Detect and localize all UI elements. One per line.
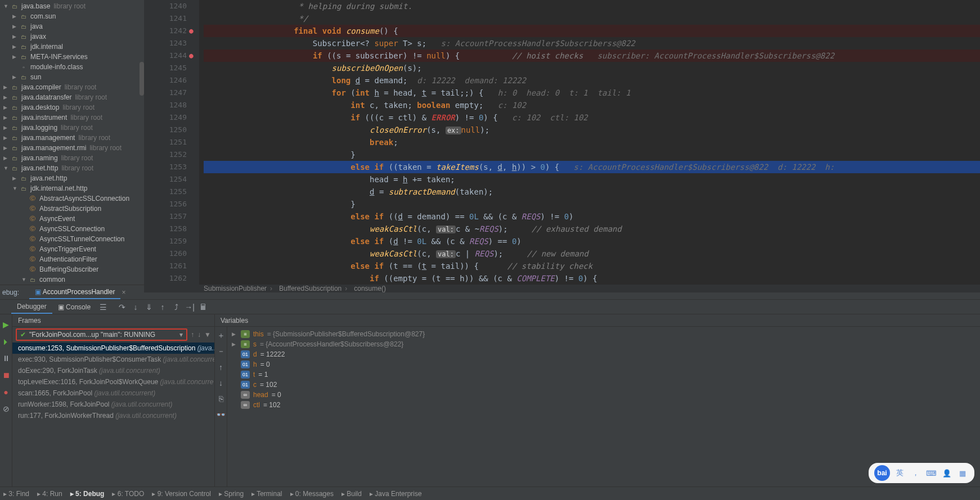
thread-selector[interactable]: ✔ "ForkJoinPool.com...up "main": RUNNING… [16,328,187,341]
line-number[interactable]: 1252 [144,148,187,161]
tree-item[interactable]: 🗀java.desktoplibrary root [0,102,144,112]
code-line[interactable]: else if (d != 0L && (c & REQS) == 0) [204,235,980,247]
tree-item[interactable]: ⒸAsyncSSLTunnelConnection [0,234,144,244]
mute-breakpoints-icon[interactable]: ⊘ [0,402,13,416]
line-number[interactable]: 1248 [144,99,187,111]
tree-item[interactable]: ⒸAuthenticationFilter [0,254,144,264]
tool-window-button[interactable]: ▸ Terminal [251,490,282,498]
tool-window-button[interactable]: ▸ 4: Run [37,490,62,498]
tree-item[interactable]: ⒸAbstractSubscription [0,204,144,214]
tree-arrow-icon[interactable] [3,94,10,100]
variable-row[interactable]: ▶≡s= {AccountProcessHandler$Subscriberss… [232,339,975,349]
tree-arrow-icon[interactable] [12,54,19,60]
tool-window-button[interactable]: ▸ 3: Find [3,490,29,498]
code-line[interactable]: else if (t == (t = tail)) { // stability… [204,260,980,272]
ime-user-icon[interactable]: 👤 [941,467,953,479]
line-number[interactable]: 1247 [144,87,187,99]
run-to-cursor-icon[interactable]: →| [183,300,196,314]
line-number[interactable]: 1251 [144,136,187,148]
step-over-icon[interactable]: ↷ [115,300,129,314]
variable-row[interactable]: ∞ctl= 102 [232,400,975,410]
variable-row[interactable]: 01d= 12222 [232,349,975,359]
code-editor[interactable]: 124012411242 ●12431244 ●1245124612471248… [144,0,980,285]
tool-window-button[interactable]: ▸ Spring [219,490,244,498]
tree-arrow-icon[interactable] [12,74,19,80]
sidebar-scrollbar[interactable] [140,62,144,96]
down-icon[interactable]: ↓ [214,376,228,390]
code-line[interactable]: long d = demand; d: 12222 demand: 12222 [204,74,980,87]
variable-row[interactable]: 01t= 1 [232,370,975,380]
tree-item[interactable]: 🗀java.managementlibrary root [0,133,144,143]
ime-punct[interactable]: ， [909,467,921,479]
tree-item[interactable]: 🗀java.baselibrary root [0,1,144,11]
variable-row[interactable]: 01h= 0 [232,359,975,370]
tree-arrow-icon[interactable] [12,175,19,181]
tree-arrow-icon[interactable] [12,24,19,29]
line-number[interactable]: 1259 [144,235,187,247]
line-number[interactable]: 1246 [144,74,187,87]
tree-item[interactable]: 🗀java.datatransferlibrary root [0,92,144,102]
code-line[interactable]: int c, taken; boolean empty; c: 102 [204,99,980,111]
tree-item[interactable]: 🗀javax [0,31,144,42]
code-line[interactable]: else if ((d = demand) == 0L && (c & REQS… [204,210,980,223]
tree-arrow-icon[interactable] [3,3,10,9]
line-number[interactable]: 1249 [144,111,187,124]
filter-icon[interactable]: ▼ [204,331,211,339]
code-line[interactable]: if ((empty = (t == h)) && (c & COMPLETE)… [204,272,980,285]
code-line[interactable]: if (((c = ctl) & ERROR) != 0) { c: 102 c… [204,111,980,124]
stack-frame[interactable]: consume:1253, SubmissionPublisher$Buffer… [12,343,214,354]
tree-arrow-icon[interactable] [3,145,10,151]
stack-frame[interactable]: doExec:290, ForkJoinTask (java.util.conc… [12,365,214,376]
code-line[interactable]: if ((s = subscriber) != null) { // hoist… [204,49,980,62]
line-number[interactable]: 1262 [144,272,187,285]
tool-window-button[interactable]: ▸ Java Enterprise [370,490,422,498]
line-number[interactable]: 1254 [144,173,187,186]
line-number[interactable]: 1257 [144,210,187,223]
tree-item[interactable]: 🗀java.net.httplibrary root [0,163,144,173]
pause-icon[interactable]: ⏸ [0,352,13,365]
stack-frame[interactable]: run:177, ForkJoinWorkerThread (java.util… [12,410,214,421]
up-icon[interactable]: ↑ [214,361,228,374]
line-number[interactable]: 1261 [144,260,187,272]
line-number[interactable]: 1245 [144,62,187,74]
tree-item[interactable]: ⒸBufferingSubscriber [0,264,144,274]
code-line[interactable]: } [204,198,980,210]
drop-frame-icon[interactable]: ⤴ [169,300,183,314]
tree-item[interactable]: 🗀java.naminglibrary root [0,153,144,163]
tree-item[interactable]: ⒸAsyncSSLConnection [0,224,144,234]
breadcrumb-item[interactable]: BufferedSubscription [279,285,350,292]
bottom-tool-bar[interactable]: ▸ 3: Find▸ 4: Run▸ 5: Debug▸ 6: TODO▸ 9:… [0,487,980,500]
rerun-icon[interactable]: ▶ [0,318,13,331]
tool-window-button[interactable]: ▸ 5: Debug [70,490,105,498]
tree-arrow-icon[interactable] [12,44,19,49]
code-line[interactable]: head = h += taken; [204,173,980,186]
prev-thread-icon[interactable]: ↑ [191,331,194,339]
stack-frame[interactable]: runWorker:1598, ForkJoinPool (java.util.… [12,399,214,410]
code-line[interactable]: * helping during submit. [204,0,980,12]
line-number[interactable]: 1260 [144,247,187,260]
tree-item[interactable]: 🗀java.net.http [0,173,144,183]
code-line[interactable]: */ [204,12,980,25]
baidu-ime-icon[interactable]: bai [874,465,890,481]
tree-item[interactable]: ⒸAbstractAsyncSSLConnection [0,193,144,204]
code-line[interactable]: weakCasCtl(c, val:c & ~REQS); // exhaust… [204,223,980,235]
tree-item[interactable]: ▫module-info.class [0,62,144,72]
tree-arrow-icon[interactable] [3,125,10,130]
breadcrumb-item[interactable]: SubmissionPublisher [204,285,276,292]
code-line[interactable]: else if ((taken = takeItems(s, d, h)) > … [204,161,980,173]
ime-grid-icon[interactable]: ▦ [956,467,969,479]
view-breakpoints-icon[interactable]: ● [0,385,13,399]
tool-window-button[interactable]: ▸ Build [341,490,362,498]
tool-window-button[interactable]: ▸ 9: Version Control [152,490,211,498]
breadcrumb-item[interactable]: consume() [354,285,386,292]
tree-arrow-icon[interactable] [12,34,19,39]
breadcrumb[interactable]: SubmissionPublisherBufferedSubscriptionc… [144,285,980,292]
line-number[interactable]: 1255 [144,186,187,198]
tree-item[interactable]: 🗀common [0,274,144,285]
debug-run-config-tab[interactable]: ▣ AccountProcessHandler [29,286,120,299]
watches-icon[interactable]: 👓 [214,408,228,421]
tree-item[interactable]: 🗀jdk.internal [0,42,144,52]
project-tree-sidebar[interactable]: 🗀java.baselibrary root🗀com.sun🗀java🗀java… [0,0,144,285]
line-number[interactable]: 1242 ● [144,25,187,37]
tree-item[interactable]: 🗀com.sun [0,11,144,21]
